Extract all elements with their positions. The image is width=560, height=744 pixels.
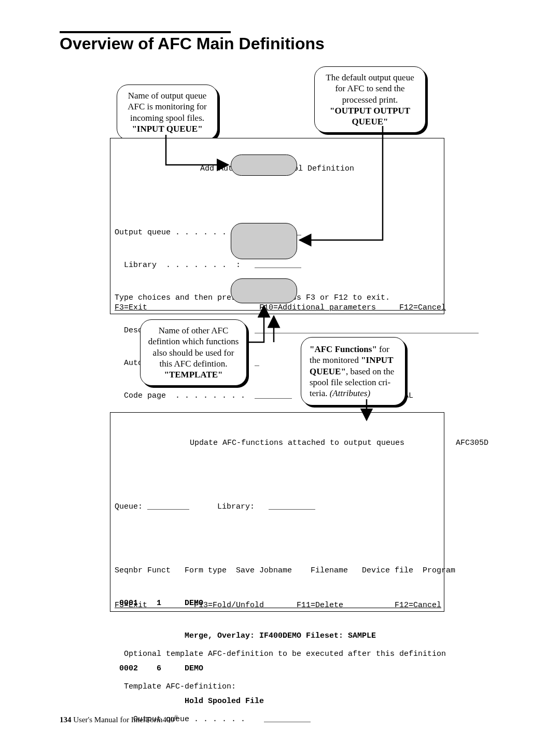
- s2-title: Update AFC-functions attached to output …: [115, 438, 440, 448]
- page-title: Overview of AFC Main Definitions: [60, 34, 500, 53]
- s2-queue-library: Queue: _________ Library: __________: [115, 501, 440, 512]
- page-number: 134: [60, 715, 72, 724]
- highlight-output-queue-fields: [231, 223, 297, 259]
- s2-row1b: Merge, Overlay: IF400DEMO Fileset: SAMPL…: [115, 630, 440, 641]
- s2-row2b: Hold Spooled File: [115, 696, 440, 707]
- s2-fkeys: F3=Exit F13=Fold/Unfold F11=Delete F12=C…: [115, 600, 441, 611]
- title-rule: [60, 31, 231, 33]
- callout-input-queue: Name of output queue AFC is monitoring f…: [117, 85, 218, 140]
- s2-row2: 0002 6 DEMO: [115, 663, 440, 674]
- s2-header: Seqnbr Funct Form type Save Jobname File…: [115, 565, 440, 576]
- page: Overview of AFC Main Definitions Name of…: [0, 0, 560, 744]
- highlight-template-fields: [231, 278, 297, 303]
- page-footer: 134 User's Manual for InterForm400®: [60, 714, 178, 724]
- highlight-input-queue-fields: [231, 155, 297, 176]
- callout-output-queue: The default output queue for AFC to send…: [314, 66, 426, 133]
- screen-afc-functions: Update AFC-functions attached to output …: [110, 412, 444, 612]
- callout-template: Name of other AFC defintion which functi…: [140, 319, 247, 386]
- s1-fkeys: F3=Exit F10=Additional parameters F12=Ca…: [115, 302, 441, 313]
- s1-library: Library . . . . . . . : __________: [115, 260, 440, 271]
- callout-afc-functions: "AFC Functions" for the monitored "INPUT…: [301, 337, 405, 405]
